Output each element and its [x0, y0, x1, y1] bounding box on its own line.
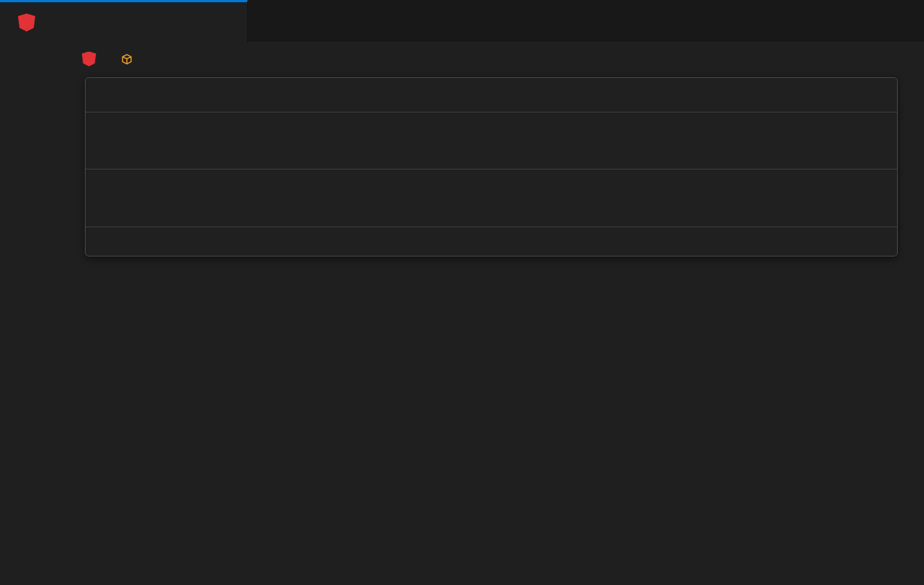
angular-icon: [18, 14, 35, 32]
tab-products-module[interactable]: [0, 0, 248, 43]
tab-strip-empty: [248, 0, 924, 43]
hover-eslint-diagnostic: [86, 112, 897, 169]
breadcrumb: [0, 43, 924, 75]
hover-module-info: [86, 169, 897, 226]
hover-ts-diagnostic: [86, 78, 897, 112]
hover-popup: [85, 77, 898, 256]
angular-file-icon: [82, 52, 96, 67]
hover-actions: [86, 226, 897, 256]
code-editor[interactable]: [0, 75, 924, 260]
tab-bar: [0, 0, 924, 43]
class-symbol-icon: [120, 52, 134, 66]
hover-zone: [0, 77, 924, 260]
